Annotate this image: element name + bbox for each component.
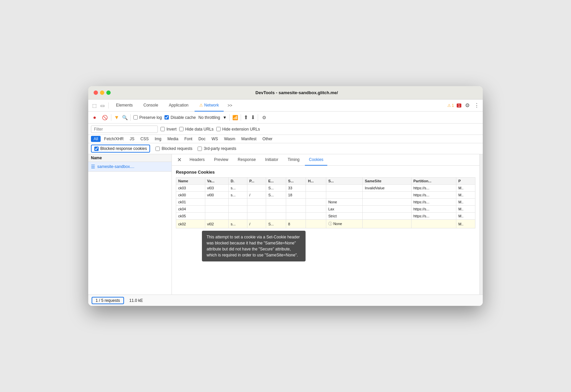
blocked-requests-checkbox[interactable] — [155, 147, 160, 151]
tab-initiator[interactable]: Initiator — [261, 154, 282, 166]
type-filter-all[interactable]: All — [91, 136, 101, 142]
titlebar: DevTools - samesite-sandbox.glitch.me/ — [88, 86, 483, 100]
error-icon-badge: 1 — [457, 104, 461, 108]
type-filter-manifest[interactable]: Manifest — [239, 136, 259, 142]
record-button[interactable]: ● — [91, 114, 98, 121]
col-p2: P — [456, 178, 475, 185]
close-detail-button[interactable]: ✕ — [175, 157, 184, 163]
cell-e: S... — [266, 185, 286, 192]
tab-headers[interactable]: Headers — [186, 154, 209, 166]
toolbar-sep-1 — [108, 103, 109, 109]
close-button[interactable] — [94, 90, 98, 95]
cell-sx — [326, 185, 362, 192]
filter-input[interactable] — [91, 126, 158, 133]
cookie-tooltip: This attempt to set a cookie via a Set-C… — [202, 231, 306, 261]
network-settings-icon[interactable]: ⚙ — [261, 114, 267, 121]
tab-console[interactable]: Console — [139, 100, 163, 112]
sep-4 — [229, 114, 230, 121]
cell-partition: https://s... — [411, 206, 456, 213]
settings-icon[interactable]: ⚙ — [464, 102, 471, 109]
blocked-response-cookies-checkbox[interactable] — [94, 147, 99, 151]
maximize-button[interactable] — [106, 90, 111, 95]
tab-response[interactable]: Response — [234, 154, 260, 166]
type-filter-img[interactable]: Img — [152, 136, 164, 142]
type-filter-js[interactable]: JS — [127, 136, 137, 142]
request-row[interactable]: ☰ samesite-sandbox.... — [88, 162, 172, 172]
status-bar: 1 / 5 requests 11.0 kE — [88, 295, 483, 306]
blocked-response-cookies-label[interactable]: Blocked response cookies — [91, 145, 150, 153]
cell-p2: M.. — [456, 220, 475, 228]
throttle-arrow[interactable]: ▼ — [223, 115, 227, 120]
cell-h — [306, 213, 326, 220]
cookie-filter-row: Blocked response cookies Blocked request… — [88, 143, 483, 154]
tab-network[interactable]: ⚠ Network — [195, 100, 224, 112]
tab-application[interactable]: Application — [164, 100, 193, 112]
detail-tab-bar: ✕ Headers Preview Response Initiator Tim… — [172, 154, 479, 166]
tab-cookies[interactable]: Cookies — [305, 154, 327, 166]
transfer-size: 11.0 kE — [129, 298, 143, 303]
cell-e: S... — [266, 192, 286, 199]
third-party-checkbox[interactable] — [198, 147, 202, 151]
cell-h — [306, 185, 326, 192]
type-filter-doc[interactable]: Doc — [196, 136, 208, 142]
sep-3 — [130, 114, 131, 121]
tab-timing[interactable]: Timing — [283, 154, 304, 166]
tab-elements[interactable]: Elements — [111, 100, 137, 112]
cell-d — [229, 213, 247, 220]
cell-s — [286, 206, 306, 213]
type-filter-media[interactable]: Media — [165, 136, 181, 142]
cell-d: s... — [229, 192, 247, 199]
cell-s: 33 — [286, 185, 306, 192]
cursor-icon[interactable]: ⬚ — [91, 102, 98, 109]
tab-more-button[interactable]: >> — [225, 103, 235, 108]
type-filter-font[interactable]: Font — [182, 136, 195, 142]
third-party-label[interactable]: 3rd-party requests — [198, 146, 236, 151]
type-filter-other[interactable]: Other — [260, 136, 275, 142]
traffic-lights — [94, 90, 111, 95]
preserve-log-label[interactable]: Preserve log — [133, 115, 162, 120]
cookies-table: Name Va... D. P... E... S... H... S... S… — [176, 177, 475, 228]
tab-preview[interactable]: Preview — [210, 154, 232, 166]
devtools-window: DevTools - samesite-sandbox.glitch.me/ ⬚… — [88, 86, 483, 306]
sep-6 — [258, 114, 258, 121]
download-icon[interactable]: ⬇ — [251, 114, 255, 121]
clear-button[interactable]: 🚫 — [101, 114, 108, 121]
devtools-body: ⬚ ▭ Elements Console Application ⚠ Netwo… — [88, 100, 483, 306]
invert-label[interactable]: Invert — [160, 127, 177, 132]
cell-p: / — [247, 220, 266, 228]
hide-ext-label[interactable]: Hide extension URLs — [216, 127, 260, 132]
filter-icon[interactable]: ▼ — [114, 115, 119, 121]
sep-2 — [111, 114, 111, 121]
disable-cache-label[interactable]: Disable cache — [164, 115, 196, 120]
cell-va — [205, 206, 229, 213]
minimize-button[interactable] — [100, 90, 104, 95]
cell-sx: Strict — [326, 213, 362, 220]
cookies-panel: Response Cookies Name Va... D. P... E...… — [172, 166, 479, 295]
type-filter-css[interactable]: CSS — [138, 136, 151, 142]
cookie-row-ck02: ck02 vl02 s... / S... 8 ⓘNone M.. — [176, 220, 475, 228]
invert-checkbox[interactable] — [160, 127, 165, 131]
cell-sx: ⓘNone — [326, 220, 362, 228]
cookie-row-ck01: ck01 None https://s... M.. — [176, 199, 475, 206]
search-icon[interactable]: 🔍 — [122, 115, 128, 120]
vertical-scrollbar[interactable] — [479, 154, 483, 295]
hide-data-urls-checkbox[interactable] — [179, 127, 184, 131]
more-options-icon[interactable]: ⋮ — [473, 102, 480, 109]
preserve-log-checkbox[interactable] — [133, 115, 138, 120]
cell-va: vl00 — [205, 192, 229, 199]
type-filter-ws[interactable]: WS — [209, 136, 221, 142]
upload-icon[interactable]: ⬆ — [244, 114, 248, 121]
blocked-requests-label[interactable]: Blocked requests — [155, 146, 192, 151]
cell-e — [266, 199, 286, 206]
inspect-icon[interactable]: ▭ — [99, 102, 106, 109]
detail-panel: ✕ Headers Preview Response Initiator Tim… — [172, 154, 479, 295]
cell-p — [247, 185, 266, 192]
type-filter-fetchxhr[interactable]: Fetch/XHR — [101, 136, 126, 142]
hide-data-urls-label[interactable]: Hide data URLs — [179, 127, 214, 132]
col-s: S... — [286, 178, 306, 185]
hide-ext-checkbox[interactable] — [216, 127, 221, 131]
disable-cache-checkbox[interactable] — [164, 115, 169, 120]
type-filter-wasm[interactable]: Wasm — [221, 136, 238, 142]
cookie-row-ck04: ck04 Lax https://s... M.. — [176, 206, 475, 213]
col-va: Va... — [205, 178, 229, 185]
